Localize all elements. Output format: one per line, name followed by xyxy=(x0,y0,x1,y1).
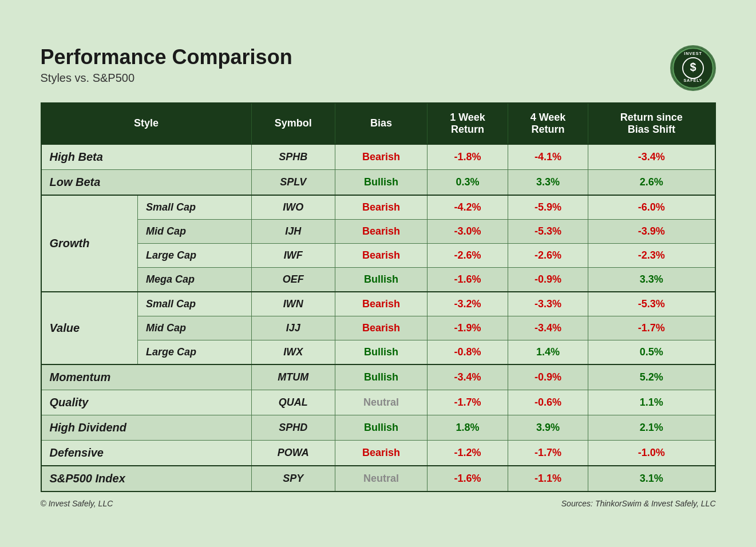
bias-cell: Bearish xyxy=(335,144,427,170)
style-group-cell: S&P500 Index xyxy=(41,466,252,491)
symbol-cell: POWA xyxy=(251,440,335,466)
since-bias-cell: 2.6% xyxy=(588,169,715,195)
bias-cell: Bullish xyxy=(335,340,427,364)
table-row: Large CapIWXBullish-0.8%1.4%0.5% xyxy=(41,340,715,364)
main-title: Performance Comparison xyxy=(41,45,292,69)
since-bias-cell: -5.3% xyxy=(588,292,715,316)
logo: INVEST $ SAFELY xyxy=(670,45,716,91)
1week-cell: -1.8% xyxy=(428,144,508,170)
style-group-cell: Quality xyxy=(41,390,252,415)
table-row: MomentumMTUMBullish-3.4%-0.9%5.2% xyxy=(41,364,715,390)
svg-text:SAFELY: SAFELY xyxy=(683,78,702,83)
4week-cell: -3.4% xyxy=(508,316,588,340)
bias-cell: Bearish xyxy=(335,292,427,316)
header: Performance Comparison Styles vs. S&P500… xyxy=(41,45,716,91)
symbol-cell: IJJ xyxy=(251,316,335,340)
title-section: Performance Comparison Styles vs. S&P500 xyxy=(41,45,292,85)
col-4week: 4 WeekReturn xyxy=(508,103,588,144)
table-row: High DividendSPHDBullish1.8%3.9%2.1% xyxy=(41,415,715,440)
4week-cell: -3.3% xyxy=(508,292,588,316)
1week-cell: -0.8% xyxy=(428,340,508,364)
symbol-cell: SPHB xyxy=(251,144,335,170)
since-bias-cell: 0.5% xyxy=(588,340,715,364)
1week-cell: -1.7% xyxy=(428,390,508,415)
table-row: S&P500 IndexSPYNeutral-1.6%-1.1%3.1% xyxy=(41,466,715,491)
symbol-cell: SPHD xyxy=(251,415,335,440)
bias-cell: Neutral xyxy=(335,466,427,491)
svg-text:INVEST: INVEST xyxy=(684,51,702,56)
bias-cell: Bearish xyxy=(335,195,427,220)
1week-cell: -1.9% xyxy=(428,316,508,340)
since-bias-cell: -1.0% xyxy=(588,440,715,466)
1week-cell: -3.4% xyxy=(428,364,508,390)
symbol-cell: MTUM xyxy=(251,364,335,390)
col-style: Style xyxy=(41,103,252,144)
table-row: QualityQUALNeutral-1.7%-0.6%1.1% xyxy=(41,390,715,415)
table-row: Mid CapIJHBearish-3.0%-5.3%-3.9% xyxy=(41,219,715,243)
subtitle: Styles vs. S&P500 xyxy=(41,72,292,85)
since-bias-cell: 2.1% xyxy=(588,415,715,440)
style-sub-cell: Small Cap xyxy=(137,292,251,316)
4week-cell: -5.9% xyxy=(508,195,588,220)
symbol-cell: OEF xyxy=(251,267,335,292)
style-group-cell: High Dividend xyxy=(41,415,252,440)
1week-cell: -1.6% xyxy=(428,466,508,491)
since-bias-cell: 3.3% xyxy=(588,267,715,292)
4week-cell: 3.3% xyxy=(508,169,588,195)
since-bias-cell: -6.0% xyxy=(588,195,715,220)
bias-cell: Bearish xyxy=(335,243,427,267)
symbol-cell: IWO xyxy=(251,195,335,220)
since-bias-cell: -2.3% xyxy=(588,243,715,267)
style-group-cell: Defensive xyxy=(41,440,252,466)
4week-cell: 3.9% xyxy=(508,415,588,440)
4week-cell: -0.6% xyxy=(508,390,588,415)
1week-cell: -3.2% xyxy=(428,292,508,316)
since-bias-cell: -3.9% xyxy=(588,219,715,243)
4week-cell: -0.9% xyxy=(508,364,588,390)
style-group-cell: Low Beta xyxy=(41,169,252,195)
col-1week: 1 WeekReturn xyxy=(428,103,508,144)
since-bias-cell: -1.7% xyxy=(588,316,715,340)
table-row: Mid CapIJJBearish-1.9%-3.4%-1.7% xyxy=(41,316,715,340)
main-container: Performance Comparison Styles vs. S&P500… xyxy=(18,28,739,520)
symbol-cell: IWX xyxy=(251,340,335,364)
col-since-bias: Return sinceBias Shift xyxy=(588,103,715,144)
symbol-cell: QUAL xyxy=(251,390,335,415)
style-group-cell: Value xyxy=(41,292,138,364)
footer: © Invest Safely, LLC Sources: ThinkorSwi… xyxy=(41,499,716,508)
symbol-cell: SPY xyxy=(251,466,335,491)
4week-cell: -1.7% xyxy=(508,440,588,466)
table-row: Mega CapOEFBullish-1.6%-0.9%3.3% xyxy=(41,267,715,292)
since-bias-cell: 3.1% xyxy=(588,466,715,491)
4week-cell: -1.1% xyxy=(508,466,588,491)
bias-cell: Bullish xyxy=(335,169,427,195)
style-sub-cell: Mid Cap xyxy=(137,219,251,243)
bias-cell: Bullish xyxy=(335,364,427,390)
style-group-cell: Growth xyxy=(41,195,138,292)
col-symbol: Symbol xyxy=(251,103,335,144)
symbol-cell: IWF xyxy=(251,243,335,267)
1week-cell: -4.2% xyxy=(428,195,508,220)
style-sub-cell: Mega Cap xyxy=(137,267,251,292)
footer-right: Sources: ThinkorSwim & Invest Safely, LL… xyxy=(561,499,716,508)
style-sub-cell: Mid Cap xyxy=(137,316,251,340)
since-bias-cell: 1.1% xyxy=(588,390,715,415)
table-row: High BetaSPHBBearish-1.8%-4.1%-3.4% xyxy=(41,144,715,170)
4week-cell: -4.1% xyxy=(508,144,588,170)
4week-cell: -0.9% xyxy=(508,267,588,292)
bias-cell: Bearish xyxy=(335,219,427,243)
style-sub-cell: Small Cap xyxy=(137,195,251,220)
symbol-cell: IJH xyxy=(251,219,335,243)
style-sub-cell: Large Cap xyxy=(137,340,251,364)
table-row: DefensivePOWABearish-1.2%-1.7%-1.0% xyxy=(41,440,715,466)
style-group-cell: High Beta xyxy=(41,144,252,170)
bias-cell: Bearish xyxy=(335,316,427,340)
4week-cell: -2.6% xyxy=(508,243,588,267)
table-row: Low BetaSPLVBullish0.3%3.3%2.6% xyxy=(41,169,715,195)
1week-cell: -1.6% xyxy=(428,267,508,292)
1week-cell: -3.0% xyxy=(428,219,508,243)
1week-cell: 0.3% xyxy=(428,169,508,195)
1week-cell: -2.6% xyxy=(428,243,508,267)
footer-left: © Invest Safely, LLC xyxy=(41,499,113,508)
symbol-cell: IWN xyxy=(251,292,335,316)
